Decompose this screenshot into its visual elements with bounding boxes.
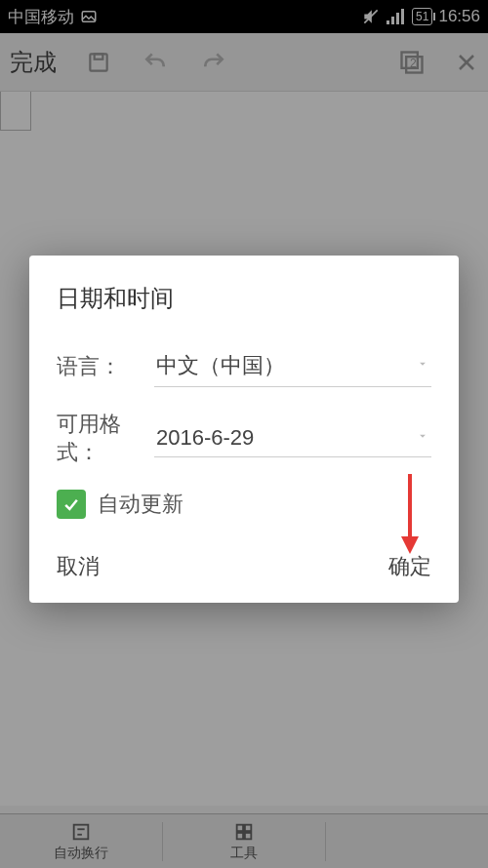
svg-marker-20 <box>401 536 419 554</box>
dialog-title: 日期和时间 <box>57 283 431 314</box>
language-row: 语言： 中文（中国） <box>57 345 431 387</box>
chevron-down-icon <box>416 429 429 447</box>
format-row: 可用格式： 2016-6-29 <box>57 411 431 466</box>
language-label: 语言： <box>57 352 154 381</box>
annotation-arrow-icon <box>399 472 421 560</box>
screen: 中国移动 51 16:56 完成 <box>0 0 488 868</box>
auto-update-checkbox[interactable] <box>57 490 86 519</box>
format-label: 可用格式： <box>57 411 154 466</box>
date-time-dialog: 日期和时间 语言： 中文（中国） 可用格式： 2016-6-29 <box>29 256 459 603</box>
confirm-button[interactable]: 确定 <box>388 552 431 581</box>
format-select[interactable]: 2016-6-29 <box>154 419 431 457</box>
chevron-down-icon <box>416 357 429 375</box>
check-icon <box>61 494 81 514</box>
auto-update-label: 自动更新 <box>98 490 183 519</box>
auto-update-row[interactable]: 自动更新 <box>57 490 431 519</box>
language-select[interactable]: 中文（中国） <box>154 345 431 387</box>
cancel-button[interactable]: 取消 <box>57 552 100 581</box>
